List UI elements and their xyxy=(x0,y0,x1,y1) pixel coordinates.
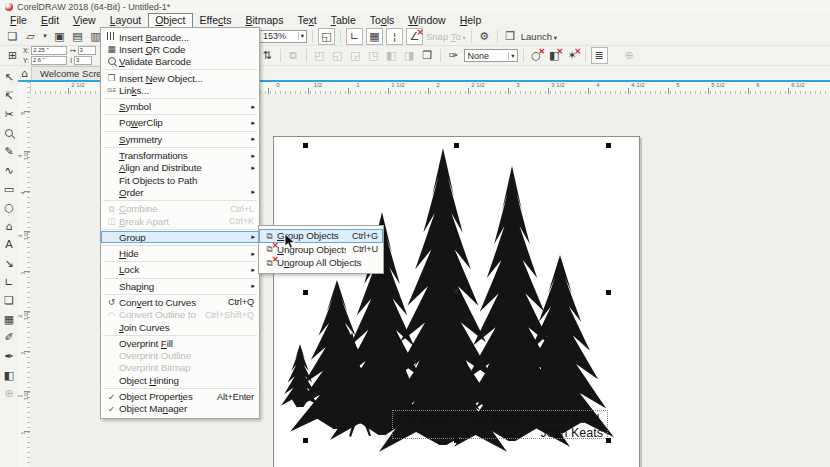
selection-handle[interactable] xyxy=(303,438,308,443)
selection-handle[interactable] xyxy=(454,143,459,148)
launch-dropdown[interactable]: Launch ▾ xyxy=(521,31,557,42)
menu-item-label: Object Manager xyxy=(119,403,256,414)
object-menu-item-symbol[interactable]: Symbol► xyxy=(101,100,259,112)
outline-width-combobox[interactable]: None▾ xyxy=(464,49,518,62)
menu-tools[interactable]: Tools xyxy=(363,14,402,27)
options-gear-icon[interactable]: ⚙ xyxy=(477,29,492,44)
x-position-field[interactable]: 2.25 " xyxy=(31,46,67,55)
connector-tool[interactable]: ∟ xyxy=(1,274,17,293)
menu-object[interactable]: Object xyxy=(148,13,192,28)
dropdown-arrow-icon[interactable]: ▾ xyxy=(298,32,306,40)
zoom-tool[interactable] xyxy=(1,125,17,144)
polygon-tool[interactable]: ⌂ xyxy=(1,218,17,237)
menu-help[interactable]: Help xyxy=(453,14,489,27)
menu-table[interactable]: Table xyxy=(324,14,363,27)
object-menu-item-overprint-fill[interactable]: Overprint Fill xyxy=(101,337,259,349)
submenu-item-ungroup-all-objects[interactable]: ⧉Ungroup All Objects xyxy=(259,256,383,270)
snap-to-dropdown: Snap To ▾ xyxy=(426,31,466,42)
object-menu-item-symmetry[interactable]: Symmetry► xyxy=(101,133,259,145)
object-menu-item-align-and-distribute[interactable]: Align and Distribute► xyxy=(101,162,259,174)
object-menu-item-links[interactable]: OLELinks... xyxy=(101,84,259,96)
launch-icon[interactable]: ❒ xyxy=(503,29,518,44)
remove-fill-icon[interactable]: ◧ xyxy=(547,48,562,63)
object-menu-item-insert-new-object[interactable]: ❒Insert New Object... xyxy=(101,72,259,84)
height-field[interactable]: 3 xyxy=(74,56,92,65)
object-menu-item-convert-to-curves[interactable]: ↺Convert to CurvesCtrl+Q xyxy=(101,296,259,308)
zoom-level-combobox[interactable]: 153%▾ xyxy=(259,30,307,43)
color-eyedropper-tool[interactable]: ✐ xyxy=(1,329,17,348)
object-menu-item-object-properties[interactable]: ✓Object PropertiesAlt+Enter xyxy=(101,390,259,402)
selection-handle[interactable] xyxy=(454,438,459,443)
transparency-tool[interactable]: ▦ xyxy=(1,311,17,330)
submenu-item-group-objects[interactable]: ⧉Group ObjectsCtrl+G xyxy=(259,229,383,243)
object-menu-item-insert-barcode[interactable]: Insert Barcode... xyxy=(101,31,259,43)
object-menu-item-powerclip[interactable]: PowerClip► xyxy=(101,117,259,129)
width-field[interactable]: 3 xyxy=(78,46,96,55)
snap-toggle-icon[interactable]: ∠ xyxy=(406,28,423,45)
selection-handle[interactable] xyxy=(606,143,611,148)
object-menu-item-lock[interactable]: Lock► xyxy=(101,264,259,276)
object-menu-item-validate-barcode[interactable]: Validate Barcode xyxy=(101,56,259,68)
selection-handle[interactable] xyxy=(303,290,308,295)
show-guidelines-icon[interactable]: ¦ xyxy=(386,28,403,45)
print-icon[interactable]: ▤ xyxy=(70,29,85,44)
dimension-tool[interactable]: ↘ xyxy=(1,255,17,274)
selection-handle[interactable] xyxy=(606,290,611,295)
menu-item-label: Ungroup All Objects xyxy=(277,257,380,268)
create-boundary-icon[interactable]: ❐ xyxy=(420,48,435,63)
object-menu-item-group[interactable]: Group► xyxy=(101,231,259,243)
object-menu-item-order[interactable]: Order► xyxy=(101,186,259,198)
object-menu-item-hide[interactable]: Hide► xyxy=(101,247,259,259)
menu-file[interactable]: File xyxy=(3,14,34,27)
quote-text-frame[interactable]: The poetry of the earth is never dead. J… xyxy=(392,410,608,439)
ellipse-tool[interactable]: ○ xyxy=(1,199,17,218)
menu-separator xyxy=(103,278,257,279)
selection-handle[interactable] xyxy=(606,438,611,443)
menu-item-label: Symmetry xyxy=(119,134,248,145)
y-position-field[interactable]: 2.6 " xyxy=(31,56,67,65)
remove-effects-icon[interactable]: ✶ xyxy=(565,48,580,63)
outline-pen-tool[interactable]: ✒ xyxy=(1,348,17,367)
object-menu-item-insert-qr-code[interactable]: ▦Insert QR Code xyxy=(101,43,259,55)
bezier-curve-tool[interactable]: ∿ xyxy=(1,162,17,181)
mirror-vertical-icon[interactable]: ⇅ xyxy=(260,48,275,63)
remove-outline-icon[interactable]: ○ xyxy=(529,48,544,63)
text-tool[interactable]: A xyxy=(1,236,17,255)
checkmark-icon: ✓ xyxy=(104,392,119,402)
outline-pen-icon[interactable]: ✑ xyxy=(446,48,461,63)
freehand-tool[interactable]: ✎ xyxy=(1,143,17,162)
save-icon[interactable]: ▣ xyxy=(52,29,67,44)
titlebar: CorelDRAW 2018 (64-Bit) - Untitled-1* xyxy=(0,0,830,13)
dropdown-arrow-icon[interactable]: ▾ xyxy=(508,52,516,60)
menu-view[interactable]: View xyxy=(66,14,103,27)
rectangle-tool[interactable]: ▭ xyxy=(1,181,17,200)
menu-effects[interactable]: Effects xyxy=(193,14,239,27)
object-menu-item-fit-objects-to-path[interactable]: Fit Objects to Path xyxy=(101,174,259,186)
menu-bitmaps[interactable]: Bitmaps xyxy=(238,14,290,27)
full-screen-preview-icon[interactable]: ◱ xyxy=(318,28,335,45)
object-menu-item-shaping[interactable]: Shaping► xyxy=(101,280,259,292)
object-menu-item-transformations[interactable]: Transformations► xyxy=(101,149,259,161)
home-icon[interactable]: ⌂ xyxy=(21,67,28,80)
show-grid-icon[interactable]: ▦ xyxy=(366,28,383,45)
menu-text[interactable]: Text xyxy=(290,14,323,27)
object-menu-item-join-curves[interactable]: Join Curves xyxy=(101,321,259,333)
add-tool-button[interactable]: ⊕ xyxy=(1,385,17,404)
menu-layout[interactable]: Layout xyxy=(103,14,149,27)
crop-tool[interactable]: ✂ xyxy=(1,106,17,125)
open-dropdown-icon[interactable]: ▾ xyxy=(41,29,49,44)
show-rulers-icon[interactable]: ∟ xyxy=(346,28,363,45)
menu-window[interactable]: Window xyxy=(401,14,452,27)
interactive-fill-tool[interactable]: ◧ xyxy=(1,367,17,386)
wrap-paragraph-text-icon[interactable]: ≣ xyxy=(591,47,608,64)
object-menu-item-object-hinting[interactable]: Object Hinting xyxy=(101,374,259,386)
submenu-item-ungroup-objects[interactable]: ⧉Ungroup ObjectsCtrl+U xyxy=(259,243,383,257)
drop-shadow-tool[interactable]: ❏ xyxy=(1,292,17,311)
selection-handle[interactable] xyxy=(303,143,308,148)
new-document-icon[interactable]: ❏ xyxy=(5,29,20,44)
shape-tool[interactable]: ↸ xyxy=(1,88,17,107)
open-icon[interactable]: ▱ xyxy=(23,29,38,44)
menu-edit[interactable]: Edit xyxy=(34,14,66,27)
object-menu-item-object-manager[interactable]: ✓Object Manager xyxy=(101,403,259,415)
pick-tool[interactable]: ↖ xyxy=(1,69,17,88)
